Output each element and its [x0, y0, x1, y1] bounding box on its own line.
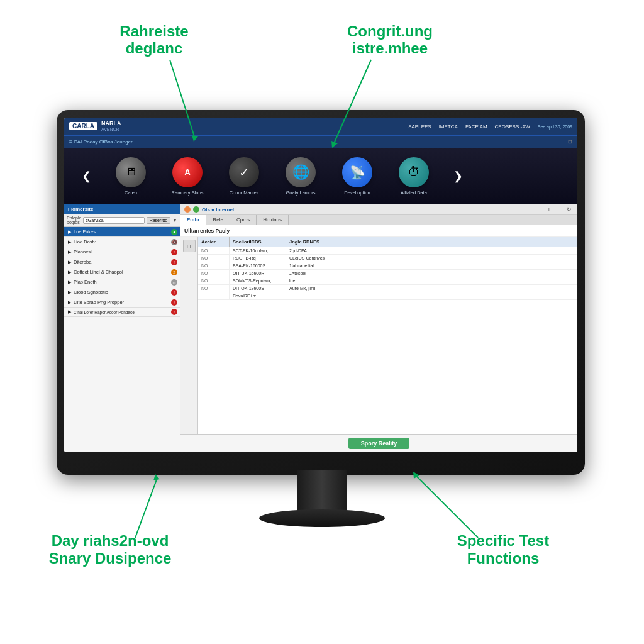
filter-dropdown-icon[interactable]: ▼	[172, 218, 177, 223]
monitor-screen: CARLA NARLA AVENCR SAPLEES IMETCA FACE A…	[64, 118, 577, 452]
nav-imetca[interactable]: IMETCA	[439, 124, 458, 130]
filter-label: Pnlepleboglos	[67, 216, 81, 225]
nav-saplees[interactable]: SAPLEES	[408, 124, 431, 130]
icon-develloption[interactable]: 📡 Develloption	[335, 157, 379, 196]
list-item[interactable]: ▶ Liite Sbrad Png Propper !	[64, 297, 180, 308]
prev-arrow[interactable]: ❮	[77, 169, 96, 183]
monitor-stand-neck	[297, 470, 347, 514]
toolbar-label: Ols ● Internet	[202, 207, 235, 213]
td-code: DIT-OK-18600S-	[230, 285, 286, 292]
list-item[interactable]: ▶ Cinal Lofer Rapor Acoor Pondace !	[64, 308, 180, 317]
list-arrow-icon: ▶	[68, 290, 71, 295]
annotation-bottom-right-line2: Functions	[467, 550, 540, 567]
filter-btn[interactable]: RaserItto	[147, 217, 170, 224]
toolbar-refresh-icon[interactable]: ↻	[565, 206, 574, 213]
tab-hotrians[interactable]: Hotrians	[257, 215, 289, 225]
list-arrow-icon: ▶	[68, 230, 71, 235]
list-badge: !	[171, 299, 177, 306]
conor-icon: ✓	[229, 157, 259, 187]
iconbar: ❮ 🖥 Caten A Ramcary Slons ✓ Conor Manies…	[64, 148, 577, 204]
td-value	[286, 292, 577, 299]
navbar-title: ≡ CAI Roday CtBos Jounger	[69, 139, 133, 145]
left-panel: Flomersite Pnlepleboglos RaserItto ▼ ▶ L…	[64, 204, 180, 452]
annotation-bottom-right-line1: Specific Test	[457, 532, 549, 549]
side-action-btn[interactable]: ◻	[183, 240, 196, 252]
annotation-top-left-line2: deglanc	[126, 40, 183, 57]
icon-ramcary[interactable]: A Ramcary Slons	[165, 157, 209, 196]
annotation-top-left-line1: Rahreiste	[119, 23, 188, 40]
list-item[interactable]: ▶ Liod Dash: 🔇	[64, 237, 180, 247]
list-item-label: Clood Sgnobstic	[74, 289, 108, 295]
navbar: ≡ CAI Roday CtBos Jounger ⊞	[64, 135, 577, 148]
navbar-options[interactable]: ⊞	[568, 139, 572, 145]
topbar-right: SAPLEES IMETCA FACE AM CEOSESS -AW See a…	[408, 124, 572, 130]
td-value: CLoIUS Centrives	[286, 255, 577, 262]
list-arrow-icon: ▶	[68, 280, 71, 285]
tab-cprns[interactable]: Cprns	[230, 215, 257, 225]
panel-list: ▶ Loe Fokes ● ▶ Liod Dash: 🔇 ▶ Plannesl …	[64, 227, 180, 452]
list-item[interactable]: ▶ Loe Fokes ●	[64, 227, 180, 237]
td-no: NO	[198, 277, 230, 284]
list-badge: !	[171, 249, 177, 255]
annotation-top-right-line1: Congrit.ung	[347, 23, 433, 40]
tab-rele[interactable]: Rele	[206, 215, 230, 225]
action-button[interactable]: Spory Reality	[348, 438, 410, 449]
develloption-icon: 📡	[342, 157, 372, 187]
status-dot-green	[193, 206, 199, 213]
list-arrow-icon: ▶	[68, 300, 71, 305]
monitor-stand-base	[259, 509, 385, 527]
data-table: Accier SoclioriICBS Jngle RDNES NO SCT-P…	[198, 237, 577, 434]
td-code: OIT-UK-16600R-	[230, 270, 286, 277]
icon-caten[interactable]: 🖥 Caten	[109, 157, 153, 196]
table-row: CovalRE+h:	[198, 292, 577, 300]
conor-label: Conor Manies	[230, 190, 259, 196]
td-no	[198, 292, 230, 299]
status-dot-orange	[184, 206, 191, 213]
td-no: NO	[198, 285, 230, 292]
arrow-bottom-left	[135, 478, 157, 538]
table-row: NO BSA-PK-16600S 1labcabe.lial	[198, 262, 577, 270]
toolbar-add-icon[interactable]: +	[545, 206, 552, 213]
list-item[interactable]: ▶ Plannesl !	[64, 247, 180, 257]
toolbar-window-icon[interactable]: □	[555, 206, 562, 213]
logo-carla: CARLA	[69, 122, 97, 130]
nav-face-am[interactable]: FACE AM	[465, 124, 487, 130]
list-item-label: Liod Dash:	[74, 239, 96, 245]
list-item-label: Diteroba	[74, 259, 91, 265]
th-accier: Accier	[198, 237, 230, 247]
nav-ceosess[interactable]: CEOSESS -AW	[495, 124, 530, 130]
logo-narla: NARLA	[101, 121, 121, 127]
icon-allialed[interactable]: ⏱ Allialed Data	[392, 157, 436, 196]
tabs-bar: Embr Rele Cprns Hotrians	[180, 215, 577, 225]
icon-conor[interactable]: ✓ Conor Manies	[222, 157, 266, 196]
td-no: NO	[198, 262, 230, 269]
tab-embr[interactable]: Embr	[180, 215, 206, 225]
list-arrow-icon: ▶	[68, 270, 71, 275]
annotation-bottom-left-line2: Snary Dusipence	[49, 550, 172, 567]
td-no: NO	[198, 247, 230, 254]
list-item[interactable]: ▶ Diteroba !	[64, 257, 180, 267]
list-item[interactable]: ▶ Clood Sgnobstic !	[64, 287, 180, 297]
annotation-bottom-left-line1: Day riahs2n-ovd	[52, 532, 169, 549]
table-header: Accier SoclioriICBS Jngle RDNES	[198, 237, 577, 247]
list-arrow-icon: ▶	[68, 309, 71, 314]
list-item[interactable]: ▶ Coffect Linel & Chaopol 2	[64, 267, 180, 277]
annotation-top-right-line2: istre.mhee	[352, 40, 428, 57]
list-item-label: Loe Fokes	[74, 229, 96, 235]
td-code: CovalRE+h:	[230, 292, 286, 299]
panel-filter: Pnlepleboglos RaserItto ▼	[64, 214, 180, 227]
icon-goaty[interactable]: 🌐 Goaty Lamors	[279, 157, 323, 196]
main-content: Flomersite Pnlepleboglos RaserItto ▼ ▶ L…	[64, 204, 577, 452]
next-arrow[interactable]: ❯	[448, 169, 468, 183]
th-jngle: Jngle RDNES	[286, 237, 577, 247]
allialed-label: Allialed Data	[401, 190, 427, 196]
list-item-label: Coffect Linel & Chaopol	[74, 269, 123, 275]
filter-input[interactable]	[83, 217, 144, 224]
list-item[interactable]: ▶ Plap Enoth m	[64, 277, 180, 287]
td-value: lde	[286, 277, 577, 284]
monitor: CARLA CARLA NARLA AVENCR SAPLEES IMETCA …	[57, 110, 585, 475]
td-value: 2gd-DPA	[286, 247, 577, 254]
bottom-toolbar: Spory Reality	[180, 434, 577, 452]
arrow-bottom-right	[415, 475, 478, 538]
ramcary-icon: A	[172, 157, 203, 187]
